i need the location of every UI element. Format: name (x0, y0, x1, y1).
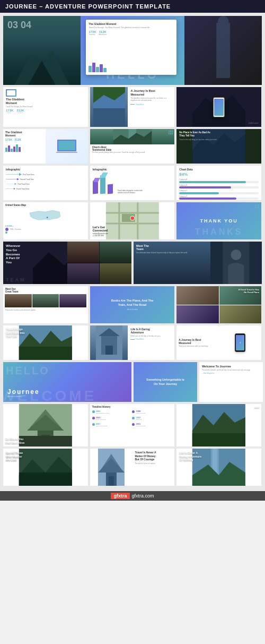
laptop-area (46, 129, 88, 164)
slide-travel-love[interactable]: Travel BringsLove Back IntoYour Life (3, 325, 88, 360)
svg-rect-6 (93, 108, 125, 127)
hero-slide[interactable]: 03 04 Journee Adventure PowerPoint Templ… (3, 16, 262, 85)
dots-deco (169, 131, 173, 134)
slide-journey-phone[interactable]: A Journey Is BestMeasured Track your adv… (176, 325, 261, 360)
preview-card: The Gladdest Moment Travel Far Enough, Y… (86, 20, 176, 75)
testimonial-img (90, 129, 175, 144)
quote-author: - Anna Quindlen (94, 308, 171, 311)
slide-welcome-main[interactable]: WELCOME Journee Adventure Awaits HELLO (3, 362, 131, 402)
gfxtra-logo: gfxtra (111, 493, 129, 499)
us-map-svg (5, 208, 86, 224)
slide-timeline[interactable]: Timeline History 1865 The Beginning of t… (90, 404, 175, 446)
slide-journey-measured[interactable]: A Journey Is BestMeasured The gladdest m… (90, 87, 175, 127)
slide-phone-dark[interactable]: Jenifer Lauren (176, 87, 261, 127)
slide-numbers: 03 04 (7, 20, 31, 31)
arrows-container: First Travel Item Second Travel Item Thi… (6, 173, 85, 191)
mountain-silhouette (7, 44, 77, 85)
journey-img (90, 87, 128, 127)
slide-go-where[interactable]: Go Where YouFeel Most Alive (3, 404, 88, 446)
journey-content: A Journey Is BestMeasured The gladdest m… (128, 87, 174, 127)
chart-bars: Category A Category B Category C (179, 178, 259, 200)
row-2: The GladdestMoment 173K Stat 312K Stat (3, 129, 262, 164)
slide-infographic-2[interactable]: Infographic Trave (90, 166, 175, 200)
slide-unforgettable[interactable]: Something Unforgettable IsOn Your Journe… (134, 362, 197, 402)
row-10: Not All ThoseWho WanderAre Lost – J.R.R.… (3, 449, 262, 486)
slide-gladdest[interactable]: The GladdestMoment Travel Far Enough, Yo… (3, 87, 88, 127)
svg-point-29 (231, 250, 242, 260)
slide-life-daring[interactable]: Life Is Either ADaring AdventureOr Nothi… (176, 449, 261, 486)
row-1: The GladdestMoment Travel Far Enough, Yo… (3, 87, 262, 127)
daring-img (90, 325, 128, 360)
hero-right-panel (184, 16, 262, 85)
slide-daring[interactable]: Life Is A DaringAdventure Either you run… (90, 325, 175, 360)
slide-connected[interactable]: Let's GetConnected contact@journee.com +… (90, 202, 175, 239)
wherever-text: WhereverYou GoBecomesA Part OfYou (6, 244, 20, 265)
slide-nature-tall[interactable]: 2019 (176, 404, 261, 446)
map-title: United States Map (5, 204, 86, 207)
svg-rect-45 (192, 433, 245, 446)
thankyou-dots (255, 204, 259, 208)
slide-travel-money[interactable]: Travel Is Never AMatter Of MoneyBut Of C… (90, 449, 175, 486)
slide-stats-laptop[interactable]: The GladdestMoment 173K Stat 312K Stat (3, 129, 88, 164)
stats-content: The GladdestMoment 173K Stat 312K Stat (3, 129, 46, 164)
page-title: JOURNEE – ADVENTURE POWERPOINT TEMPLATE (5, 3, 171, 10)
phone-mockup (213, 97, 225, 117)
traveler-text: A Good Traveler HasNo Fixed Plans (238, 288, 259, 294)
waterfall-svg (90, 129, 175, 144)
welcome-journee-content: Welcome To Journee The world is a book, … (199, 362, 263, 377)
slide-title-gladdest: The GladdestMoment (6, 98, 85, 105)
slide-text-gladdest: Travel Far Enough, You Meet Yourself (6, 106, 85, 108)
preview-card-text: Travel Far Enough, You Meet Yourself. Th… (89, 27, 174, 29)
portrait-grid (67, 242, 131, 284)
slides-container: 03 04 Journee Adventure PowerPoint Templ… (0, 13, 265, 491)
slide-not-all[interactable]: Not All ThoseWho WanderAre Lost – J.R.R.… (3, 449, 88, 486)
slide-infographic-1[interactable]: Infographic First Travel Item Second Tra… (3, 166, 88, 200)
figure-silhouette (184, 16, 262, 85)
slide-welcome-journee[interactable]: Welcome To Journee The world is a book, … (199, 362, 263, 402)
no-place-content: No Place Is Ever As Bad AsThey Tell You … (179, 131, 259, 141)
unforgettable-text: Something Unforgettable IsOn Your Journe… (136, 378, 195, 386)
stat-173k: 173K (89, 30, 96, 33)
row-7: Travel BringsLove Back IntoYour Life Lif… (3, 325, 262, 360)
row-6: Meet OurGreat Team Passionate travelers … (3, 286, 262, 323)
decorative-dots (179, 18, 183, 21)
svg-rect-48 (19, 473, 72, 486)
team-photo (210, 242, 262, 284)
slide-chart[interactable]: Chart Data 84% Category A Category B (176, 166, 261, 200)
mini-chart (89, 37, 174, 72)
slide-quote[interactable]: Books Are The Plane, And TheTrain, And T… (90, 286, 175, 323)
team-photo-grid (3, 294, 88, 309)
team-photo-svg (210, 242, 262, 284)
hero-left-panel: 03 04 (3, 16, 81, 85)
slide-great-team[interactable]: Meet OurGreat Team Passionate travelers … (3, 286, 88, 323)
infographic-1-title: Infographic (6, 168, 85, 171)
stat-label-2: Adventures (99, 33, 107, 36)
slide-meet-team[interactable]: Meet TheTeam Our dedicated team of trave… (134, 242, 262, 284)
mini-bars (5, 144, 43, 152)
svg-rect-2 (216, 23, 230, 78)
3d-blocks: Travel data infographic content with sta… (93, 173, 172, 194)
slide-testimonial[interactable]: Client's BestTestimonial Slide The best … (90, 129, 175, 164)
row-9: Go Where YouFeel Most Alive Timeline His… (3, 404, 262, 446)
slide-map[interactable]: United States Map 2,435K+ 769K+ Traveler… (3, 202, 88, 239)
great-team-text: Passionate travelers and adventure guide… (3, 309, 88, 311)
money-content: Travel Is Never AMatter Of MoneyBut Of C… (132, 449, 174, 486)
daring-content: Life Is A DaringAdventure Either you run… (128, 325, 174, 360)
stat-label-1: Travelers (89, 33, 96, 36)
slide-wherever[interactable]: WhereverYou GoBecomesA Part OfYou TEAM (3, 242, 131, 284)
connected-content: Let's GetConnected contact@journee.com +… (93, 226, 108, 237)
stat-block-1: 173K Travelers (6, 109, 13, 114)
preview-card-title: The Gladdest Moment (89, 22, 174, 25)
hello-bg-left: HELLO (6, 365, 50, 377)
slide-no-place[interactable]: No Place Is Ever As Bad AsThey Tell You … (176, 129, 261, 164)
svg-point-18 (47, 217, 48, 218)
life-daring-text: Life Is Either ADaring AdventureOr Nothi… (179, 451, 201, 462)
phone-area: J (219, 333, 261, 352)
arrow-4 (6, 187, 15, 191)
journey-phone-content: A Journey Is BestMeasured Track your adv… (176, 336, 219, 350)
svg-rect-36 (105, 346, 113, 355)
team-label: TEAM (6, 277, 26, 282)
slide-thankyou[interactable]: THANK YOU THANKS (176, 202, 261, 239)
slide-good-traveler[interactable]: A Good Traveler HasNo Fixed Plans (176, 286, 261, 323)
arrow-3 (6, 182, 16, 186)
